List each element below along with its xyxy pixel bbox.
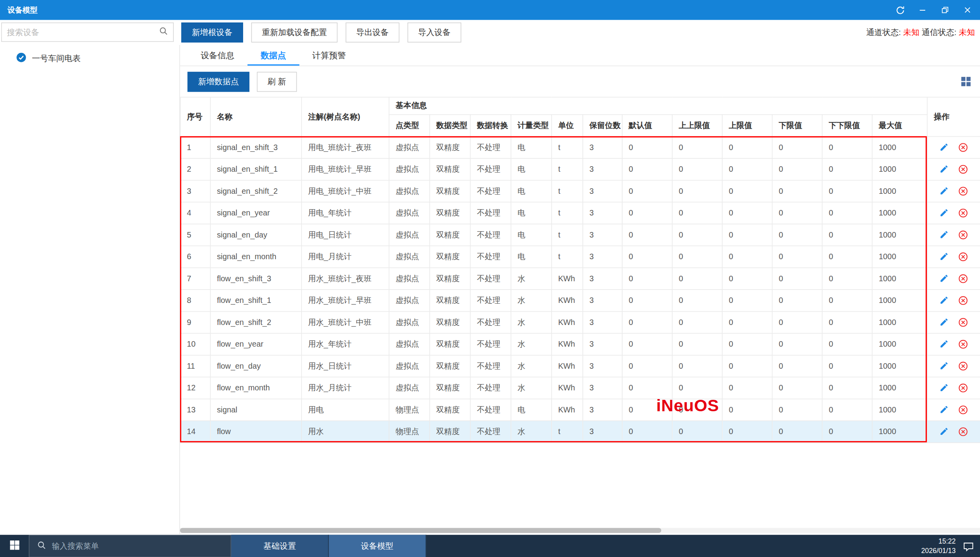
delete-icon[interactable] <box>958 339 969 349</box>
layout-grid-icon[interactable] <box>961 76 971 89</box>
table-row[interactable]: 3 signal_en_shift_2 用电_班统计_中班 虚拟点 双精度 不处… <box>180 180 980 202</box>
delete-icon[interactable] <box>958 405 969 415</box>
import-device-button[interactable]: 导入设备 <box>407 22 461 43</box>
cell-unit: t <box>552 224 583 246</box>
table-row[interactable]: 5 signal_en_day 用电_日统计 虚拟点 双精度 不处理 电 t 3… <box>180 224 980 246</box>
table-row[interactable]: 8 flow_en_shift_1 用水_班统计_早班 虚拟点 双精度 不处理 … <box>180 290 980 312</box>
edit-icon[interactable] <box>939 273 950 284</box>
cell-serial: 1 <box>180 137 210 159</box>
taskbar-search-box[interactable]: 输入搜索菜单 <box>29 535 231 557</box>
delete-icon[interactable] <box>958 230 969 240</box>
cell-comment: 用电_班统计_中班 <box>301 180 389 202</box>
table-row[interactable]: 13 signal 用电 物理点 双精度 不处理 电 KWh 3 0 0 0 0… <box>180 399 980 421</box>
titlebar: 设备模型 <box>0 0 980 20</box>
start-button[interactable] <box>0 535 29 557</box>
edit-icon[interactable] <box>939 164 950 175</box>
edit-icon[interactable] <box>939 317 950 328</box>
cell-name: flow_en_month <box>210 377 302 399</box>
delete-icon[interactable] <box>958 251 969 262</box>
cell-measure-type: 水 <box>511 290 552 312</box>
delete-icon[interactable] <box>958 427 969 437</box>
table-row[interactable]: 1 signal_en_shift_3 用电_班统计_夜班 虚拟点 双精度 不处… <box>180 137 980 159</box>
cell-upper-limit: 0 <box>722 268 772 290</box>
edit-icon[interactable] <box>939 405 950 415</box>
edit-icon[interactable] <box>939 427 950 437</box>
edit-icon[interactable] <box>939 295 950 306</box>
cell-lower-limit: 0 <box>772 180 822 202</box>
cell-data-transform: 不处理 <box>470 202 511 224</box>
restore-icon[interactable] <box>940 5 950 15</box>
cell-decimals: 3 <box>583 421 622 443</box>
delete-icon[interactable] <box>958 382 969 393</box>
edit-icon[interactable] <box>939 339 950 349</box>
cell-data-transform: 不处理 <box>470 312 511 334</box>
cell-measure-type: 水 <box>511 377 552 399</box>
col-max-value: 最大值 <box>872 115 927 137</box>
cell-data-type: 双精度 <box>430 158 470 180</box>
tab-device-info[interactable]: 设备信息 <box>188 45 247 65</box>
tab-calc-alerts[interactable]: 计算预警 <box>299 45 359 65</box>
edit-icon[interactable] <box>939 230 950 240</box>
table-row[interactable]: 11 flow_en_day 用水_日统计 虚拟点 双精度 不处理 水 KWh … <box>180 355 980 377</box>
cell-upper-limit: 0 <box>722 333 772 355</box>
table-row[interactable]: 6 signal_en_month 用电_月统计 虚拟点 双精度 不处理 电 t… <box>180 246 980 268</box>
delete-icon[interactable] <box>958 361 969 371</box>
cell-comment: 用电_日统计 <box>301 224 389 246</box>
table-row[interactable]: 2 signal_en_shift_1 用电_班统计_早班 虚拟点 双精度 不处… <box>180 158 980 180</box>
delete-icon[interactable] <box>958 208 969 218</box>
delete-icon[interactable] <box>958 142 969 153</box>
delete-icon[interactable] <box>958 317 969 328</box>
col-unit: 单位 <box>552 115 583 137</box>
reload-device-config-button[interactable]: 重新加载设备配置 <box>251 22 338 43</box>
table-row[interactable]: 7 flow_en_shift_3 用水_班统计_夜班 虚拟点 双精度 不处理 … <box>180 268 980 290</box>
taskbar-app-device-model[interactable]: 设备模型 <box>329 535 426 557</box>
cell-data-transform: 不处理 <box>470 355 511 377</box>
taskbar-app-basic-settings[interactable]: 基础设置 <box>231 535 329 557</box>
edit-icon[interactable] <box>939 208 950 218</box>
table-row[interactable]: 9 flow_en_shift_2 用水_班统计_中班 虚拟点 双精度 不处理 … <box>180 312 980 334</box>
table-row[interactable]: 14 flow 用水 物理点 双精度 不处理 水 t 3 0 0 0 0 0 1… <box>180 421 980 443</box>
table-row[interactable]: 10 flow_en_year 用水_年统计 虚拟点 双精度 不处理 水 KWh… <box>180 333 980 355</box>
cell-data-type: 双精度 <box>430 224 470 246</box>
edit-icon[interactable] <box>939 361 950 371</box>
refresh-button[interactable]: 刷 新 <box>257 72 297 92</box>
refresh-icon[interactable] <box>895 5 905 15</box>
cell-measure-type: 水 <box>511 355 552 377</box>
col-lower-lower-limit: 下下限值 <box>822 115 872 137</box>
edit-icon[interactable] <box>939 186 950 197</box>
device-search-input[interactable] <box>2 28 159 37</box>
add-data-point-button[interactable]: 新增数据点 <box>188 72 249 92</box>
cell-name: flow <box>210 421 302 443</box>
tree-item-device[interactable]: 一号车间电表 <box>0 45 179 64</box>
edit-icon[interactable] <box>939 251 950 262</box>
cell-default-value: 0 <box>622 399 672 421</box>
cell-lower-limit: 0 <box>772 224 822 246</box>
cell-comment: 用电 <box>301 399 389 421</box>
delete-icon[interactable] <box>958 164 969 175</box>
taskbar: 输入搜索菜单 基础设置 设备模型 15:22 2026/01/13 <box>0 535 980 557</box>
delete-icon[interactable] <box>958 273 969 284</box>
cell-decimals: 3 <box>583 355 622 377</box>
horizontal-scrollbar-thumb[interactable] <box>180 528 661 533</box>
export-device-button[interactable]: 导出设备 <box>346 22 399 43</box>
cell-upper-upper-limit: 0 <box>672 180 722 202</box>
cell-lower-lower-limit: 0 <box>822 180 872 202</box>
cell-unit: KWh <box>552 355 583 377</box>
notification-icon[interactable] <box>963 541 974 551</box>
search-icon[interactable] <box>159 26 168 38</box>
cell-point-type: 虚拟点 <box>389 333 430 355</box>
table-row[interactable]: 12 flow_en_month 用水_月统计 虚拟点 双精度 不处理 水 KW… <box>180 377 980 399</box>
minimize-icon[interactable] <box>917 5 927 15</box>
cell-lower-lower-limit: 0 <box>822 355 872 377</box>
table-row[interactable]: 4 signal_en_year 用电_年统计 虚拟点 双精度 不处理 电 t … <box>180 202 980 224</box>
delete-icon[interactable] <box>958 295 969 306</box>
add-root-device-button[interactable]: 新增根设备 <box>181 22 243 43</box>
delete-icon[interactable] <box>958 186 969 197</box>
taskbar-clock[interactable]: 15:22 2026/01/13 <box>921 537 956 555</box>
edit-icon[interactable] <box>939 142 950 153</box>
close-icon[interactable] <box>963 5 973 15</box>
cell-name: flow_en_shift_1 <box>210 290 302 312</box>
tab-data-points[interactable]: 数据点 <box>247 45 299 65</box>
cell-data-transform: 不处理 <box>470 158 511 180</box>
edit-icon[interactable] <box>939 382 950 393</box>
